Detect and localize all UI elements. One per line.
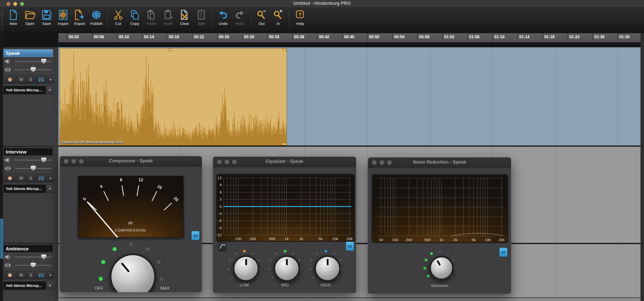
ruler-tick [192,33,192,42]
clip-bottomright-handle[interactable] [283,143,287,145]
pan-slider-handle[interactable] [30,166,36,171]
toolbar-button-undo[interactable]: Undo [215,9,231,26]
toolbar-button-import[interactable]: Import [55,9,71,26]
device-dropdown-button[interactable]: ▼ [46,185,53,193]
knob-led [227,268,230,270]
toolbar-button-publish[interactable]: Publish [88,9,105,26]
export-file-icon [74,9,85,21]
volume-slider-handle[interactable] [41,254,47,259]
toolbar-drag-handle[interactable] [1,9,4,30]
track-panel-scrollbar[interactable] [54,47,58,301]
toolbar-button-cut[interactable]: Cut [110,9,127,26]
timeline-gridline [367,47,368,297]
effects-button[interactable] [36,174,47,182]
solo-button[interactable]: S [26,174,35,182]
ruler-label: 00:22 [194,35,204,39]
toolbar-button-clear[interactable]: Clear [176,9,193,26]
ruler-label: 01:14 [519,35,530,39]
mute-button[interactable]: M [17,174,26,182]
knob-led [284,250,287,252]
svg-text:20k: 20k [347,237,353,241]
pan-slider-handle[interactable] [30,262,36,268]
toolbar-button-in[interactable]: In [270,9,287,26]
eq-mid-knob[interactable] [273,255,300,282]
horizontal-scrollbar[interactable] [58,297,640,301]
timeline-ruler[interactable]: 00:0200:0600:1000:1400:1800:2200:2600:30… [58,33,640,43]
toolbar-button-help[interactable]: ? Help [292,9,308,26]
equalizer-window[interactable]: Equalizer - Speak 129630-3-6-9-121002005… [213,157,356,293]
record-icon [8,78,12,82]
equalizer-on-button[interactable]: on [346,242,354,251]
equalizer-titlebar[interactable]: Equalizer - Speak [213,157,356,167]
track-options-button[interactable]: ▼ [48,174,53,182]
save-disk-icon [41,9,52,21]
noise-reduction-titlebar[interactable]: Noise Reduction - Speak [368,158,511,168]
noise-reduction-graph[interactable]: 501002005001k2k5k10k20k [368,168,511,248]
input-device-select[interactable]: Yeti Stereo Microp... [4,86,46,94]
title-bar[interactable]: Untitled - Hindenburg PRO [0,0,644,8]
svg-text:10k: 10k [485,238,491,242]
noise-reduction-on-button[interactable]: on [499,248,507,257]
eq-low-label: LOW [229,283,259,287]
svg-text:-12: -12 [216,233,222,237]
record-arm-button[interactable] [4,271,16,279]
window-title: Untitled - Hindenburg PRO [0,1,644,6]
volume-slider-handle[interactable] [41,59,47,64]
ruler-tick [342,33,343,42]
knob-max-label: MAX [155,286,175,291]
toolbar-button-export[interactable]: Export [71,9,88,26]
pan-slider-handle[interactable] [30,67,36,72]
left-strip-indicator[interactable] [0,218,3,259]
toolbar-button-split[interactable]: Split [193,9,210,26]
input-device-select[interactable]: Yeti Stereo Microp... [4,282,46,290]
solo-button[interactable]: S [26,76,35,84]
record-arm-button[interactable] [4,174,16,182]
svg-text:3: 3 [220,197,222,201]
track-name[interactable]: Speak [4,49,53,57]
compressor-window[interactable]: Compressor - Speak [60,156,202,292]
input-device-select[interactable]: Yeti Stereo Microp... [4,185,46,193]
toolbar-button-copy[interactable]: Copy [127,9,143,26]
clip-top-handle[interactable] [168,49,172,51]
noise-reduction-window[interactable]: Noise Reduction - Speak 501002005001k2k5… [368,157,511,294]
volume-slider-handle[interactable] [41,157,47,163]
eq-high-knob[interactable] [314,255,341,282]
audio-clip[interactable]: Zoom-H3-VR-Omnidirectional-Test [60,48,287,145]
reduction-knob[interactable] [429,256,454,280]
ruler-label: 01:18 [544,35,555,39]
clip-topright-handle[interactable] [283,49,287,51]
knob-led [438,250,441,253]
eq-low-knob[interactable] [233,255,259,282]
compressor-on-button[interactable]: on [191,231,199,240]
device-dropdown-button[interactable]: ▼ [46,86,53,94]
toolbar-button-new[interactable]: New [5,9,22,26]
toolbar-button-open[interactable]: Open [22,9,38,26]
volume-row [0,157,58,163]
track-name[interactable]: Interview [4,148,53,156]
equalizer-graph[interactable]: 129630-3-6-9-121002005001k2k5k10k20k [213,167,356,248]
lowcut-filter-button[interactable] [218,242,227,251]
svg-text:100: 100 [392,238,398,242]
toolbar-button-paste[interactable]: Paste [143,9,160,26]
track-name[interactable]: Ambience [4,245,53,252]
mute-button[interactable]: M [17,76,26,84]
track-options-button[interactable]: ▼ [48,76,53,84]
toolbar-button-insert[interactable]: Insert [160,9,176,26]
toolbar-button-redo[interactable]: Redo [231,9,248,26]
volume-icon [5,157,11,163]
effects-button[interactable] [36,271,47,279]
mute-button[interactable]: M [17,271,26,279]
knob-led [251,252,254,255]
volume-row [0,58,58,64]
toolbar-button-out[interactable]: Out [253,9,270,26]
solo-button[interactable]: S [26,271,35,279]
right-scrollbar[interactable] [640,33,644,301]
track-options-button[interactable]: ▼ [48,271,53,279]
effects-button[interactable] [36,76,47,84]
compression-knob[interactable] [110,253,156,292]
toolbar-button-save[interactable]: Save [38,9,55,26]
device-dropdown-button[interactable]: ▼ [46,282,53,290]
compressor-titlebar[interactable]: Compressor - Speak [60,156,202,167]
record-arm-button[interactable] [4,76,16,84]
svg-text:-3: -3 [218,211,222,216]
